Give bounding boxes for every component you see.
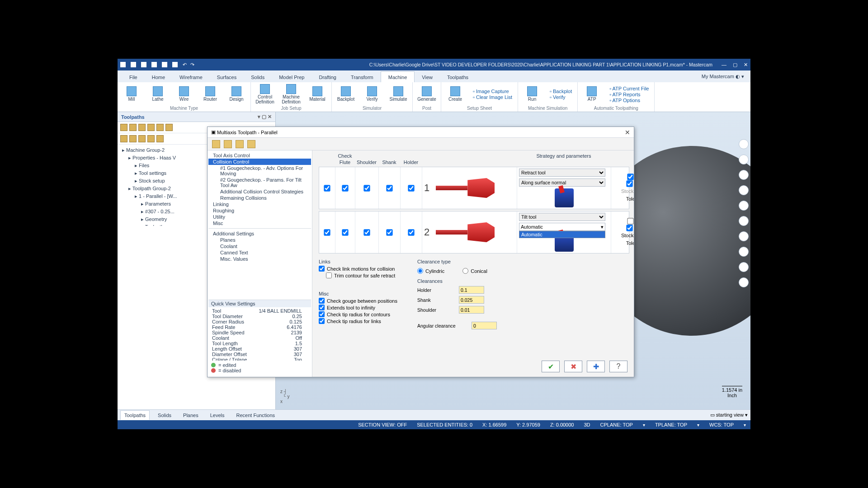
extend-infinity[interactable] (319, 305, 325, 310)
design-button[interactable]: Design (225, 86, 248, 102)
dialog-toolbar[interactable] (208, 138, 634, 150)
row2-flute[interactable] (342, 229, 348, 235)
row2-holder[interactable] (408, 229, 414, 235)
folder-icon[interactable] (141, 62, 146, 67)
my-mastercam[interactable]: My Mastercam ◐ ▾ (695, 71, 750, 82)
run-button[interactable]: Run (521, 86, 543, 102)
copy-icon[interactable] (162, 62, 167, 67)
minimize-button[interactable]: — (722, 62, 726, 68)
nav-additional-collision-control-strategies[interactable]: Additional Collision Control Strategies (208, 188, 311, 195)
holder-clearance[interactable] (459, 286, 484, 294)
nav--1-gougecheckop-adv-options-for-moving[interactable]: #1 Gougecheckop. - Adv. Options For Movi… (208, 165, 311, 177)
create-button[interactable]: Create (444, 86, 467, 102)
bottom-tab-toolpaths[interactable]: Toolpaths (120, 410, 150, 420)
wire-button[interactable]: Wire (173, 86, 195, 102)
save-icon[interactable] (131, 62, 136, 67)
bottom-tab-levels[interactable]: Levels (207, 411, 228, 420)
row2-check-surfaces[interactable] (626, 225, 632, 231)
material-button[interactable]: Material (306, 86, 329, 102)
nav-planes[interactable]: Planes (208, 237, 311, 243)
image-capture-link[interactable]: ▫ Image Capture (473, 89, 512, 94)
help-button[interactable]: ? (609, 361, 627, 372)
row2-drive[interactable] (627, 218, 634, 224)
backplot-button[interactable]: Backplot (335, 86, 357, 102)
tab-drafting[interactable]: Drafting (311, 72, 344, 82)
nav-additional-settings[interactable]: Additional Settings (208, 230, 311, 237)
row2-enable[interactable] (324, 229, 330, 235)
dialog-close-button[interactable]: ✕ (625, 129, 630, 136)
clearance-cylindric[interactable] (417, 268, 423, 274)
nav-roughing[interactable]: Roughing (208, 207, 311, 214)
lathe-button[interactable]: Lathe (146, 86, 169, 102)
bottom-tab-recent-functions[interactable]: Recent Functions (233, 411, 279, 420)
dialog-nav[interactable]: Tool Axis ControlCollision Control#1 Gou… (208, 150, 312, 377)
check-tip-links[interactable] (319, 318, 325, 324)
row2-shoulder[interactable] (363, 229, 370, 235)
shank-clearance[interactable] (459, 296, 484, 304)
atp-reports-link[interactable]: ▫ ATP Reports (609, 92, 649, 97)
bottom-tab-solids[interactable]: Solids (154, 411, 175, 420)
redo-icon[interactable]: ↷ (190, 62, 194, 68)
nav-misc-values[interactable]: Misc. Values (208, 256, 311, 262)
tab-transform[interactable]: Transform (344, 72, 381, 82)
maximize-button[interactable]: ▢ (733, 62, 737, 68)
tab-model-prep[interactable]: Model Prep (272, 72, 311, 82)
nav-canned-text[interactable]: Canned Text (208, 249, 311, 256)
atp-options-link[interactable]: ▫ ATP Options (609, 98, 649, 103)
generate-button[interactable]: Generate (415, 86, 438, 102)
nav-collision-control[interactable]: Collision Control (208, 159, 311, 165)
row1-flute[interactable] (342, 185, 348, 191)
row1-check-surfaces[interactable] (626, 180, 632, 187)
clearance-conical[interactable] (462, 268, 468, 274)
trim-contour[interactable] (326, 272, 332, 278)
check-tip-contours[interactable] (319, 311, 325, 317)
check-link-motions[interactable] (319, 266, 325, 272)
nav-coolant[interactable]: Coolant (208, 243, 311, 249)
row2-shank[interactable] (386, 229, 392, 235)
tab-toolpaths[interactable]: Toolpaths (440, 72, 476, 82)
backplot-link[interactable]: ▫ Backplot (550, 89, 572, 94)
ok-button[interactable]: ✔ (542, 361, 560, 372)
tab-home[interactable]: Home (145, 72, 172, 82)
bottom-tab-planes[interactable]: Planes (179, 411, 202, 420)
row1-shoulder[interactable] (363, 185, 370, 191)
view-controls[interactable] (739, 139, 749, 287)
verify-button[interactable]: Verify (361, 86, 383, 102)
tab-solids[interactable]: Solids (244, 72, 272, 82)
row1-enable[interactable] (324, 185, 330, 191)
router-button[interactable]: Router (199, 86, 222, 102)
row1-shank[interactable] (386, 185, 392, 191)
atp-button[interactable]: ATP (580, 86, 603, 102)
nav-tool-axis-control[interactable]: Tool Axis Control (208, 152, 311, 159)
mill-button[interactable]: Mill (120, 86, 143, 102)
row1-drive[interactable] (627, 174, 634, 180)
verify-link[interactable]: ▫ Verify (550, 94, 572, 100)
tab-surfaces[interactable]: Surfaces (210, 72, 244, 82)
clear-image-list-link[interactable]: ▫ Clear Image List (473, 94, 512, 100)
nav-utility[interactable]: Utility (208, 214, 311, 220)
bottom-tabs[interactable]: ToolpathsSolidsPlanesLevelsRecent Functi… (118, 409, 750, 420)
nav-remaining-collisions[interactable]: Remaining Collisions (208, 195, 311, 201)
row1-holder[interactable] (408, 185, 414, 191)
close-button[interactable]: ✕ (744, 62, 748, 68)
shoulder-clearance[interactable] (459, 306, 484, 314)
undo-icon[interactable]: ↶ (183, 62, 187, 68)
paste-icon[interactable] (172, 62, 178, 67)
tab-file[interactable]: File (122, 72, 145, 82)
row2-strategy[interactable]: Tilt tool (519, 213, 605, 221)
row1-strategy[interactable]: Retract tool (519, 169, 605, 177)
nav-linking[interactable]: Linking (208, 201, 311, 207)
check-gouge[interactable] (319, 298, 325, 304)
print-icon[interactable] (151, 62, 157, 67)
dropdown-option-automatic[interactable]: Automatic (519, 231, 605, 238)
cancel-button[interactable]: ✖ (564, 361, 582, 372)
nav--2-gougecheckop-params-for-tilt-tool-aw[interactable]: #2 Gougecheckop. - Params. For Tilt Tool… (208, 177, 311, 188)
add-button[interactable]: ✚ (587, 361, 605, 372)
tab-view[interactable]: View (415, 72, 440, 82)
nav-misc[interactable]: Misc (208, 220, 311, 226)
angular-clearance[interactable] (472, 322, 497, 329)
simulate-button[interactable]: Simulate (387, 86, 410, 102)
tab-wireframe[interactable]: Wireframe (172, 72, 210, 82)
atp-current-file-link[interactable]: ▫ ATP Current File (609, 86, 649, 91)
control-definition-button[interactable]: Control Definition (254, 84, 276, 104)
